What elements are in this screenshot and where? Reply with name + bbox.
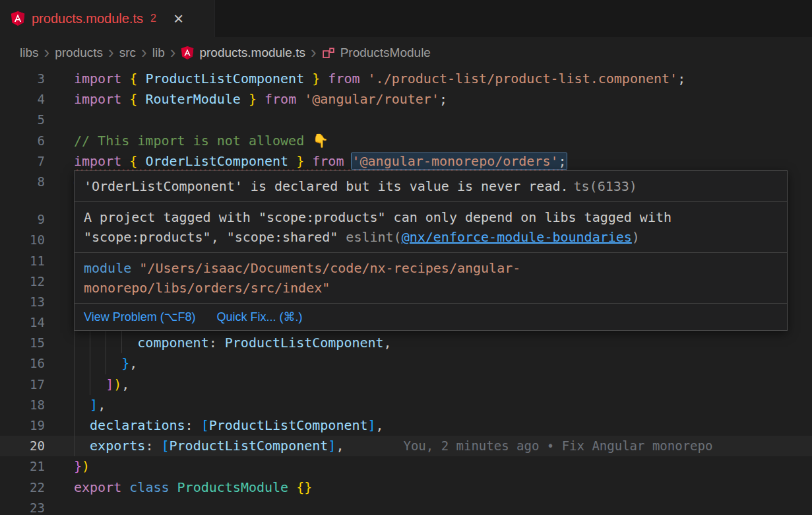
hover-module-info: module "/Users/isaac/Documents/code/nx-r… <box>75 252 787 303</box>
tab-bar: products.module.ts 2 × <box>0 0 812 37</box>
git-blame-annotation: You, 2 minutes ago • Fix Angular monorep… <box>403 438 712 453</box>
angular-icon <box>181 46 194 59</box>
line-number[interactable]: 12 <box>0 271 45 292</box>
chevron-right-icon: › <box>39 44 55 63</box>
code-line[interactable]: 23 <box>0 498 812 515</box>
breadcrumb-file-label: products.module.ts <box>199 46 305 60</box>
angular-icon <box>11 11 25 26</box>
class-symbol-icon <box>322 46 335 59</box>
quick-fix-action[interactable]: Quick Fix... (⌘.) <box>216 308 302 326</box>
eslint-source-prefix: eslint( <box>346 229 401 245</box>
code-line[interactable]: 7import { OrderListComponent } from '@an… <box>0 151 812 172</box>
indent-guide <box>74 415 90 436</box>
module-path-line-2: monorepo/libs/orders/src/index" <box>84 278 778 298</box>
breadcrumb-item-lib[interactable]: lib <box>152 46 165 60</box>
line-number[interactable]: 16 <box>0 353 45 374</box>
line-number[interactable]: 7 <box>0 151 45 172</box>
indent-guide <box>90 333 106 353</box>
eslint-rule-link[interactable]: @nx/enforce-module-boundaries <box>402 229 632 245</box>
code-line[interactable]: 15component: ProductListComponent, <box>0 333 812 353</box>
code-line[interactable]: 17]), <box>0 374 812 395</box>
line-number[interactable]: 22 <box>0 477 45 498</box>
line-number[interactable]: 14 <box>0 312 45 333</box>
code-line[interactable]: 21}) <box>0 456 812 477</box>
line-code: import { OrderListComponent } from '@ang… <box>45 151 567 172</box>
indent-guide <box>106 353 121 374</box>
line-number[interactable]: 3 <box>0 69 45 89</box>
line-code: component: ProductListComponent, <box>45 333 392 353</box>
code-line[interactable]: 3import { ProductListComponent } from '.… <box>0 69 812 89</box>
line-code: // This import is not allowed 👇 <box>45 131 328 151</box>
code-line[interactable]: 20exports: [ProductListComponent],You, 2… <box>0 436 812 456</box>
line-code: }, <box>45 353 137 374</box>
chevron-right-icon: › <box>165 44 181 63</box>
line-number[interactable]: 6 <box>0 131 45 151</box>
hover-word-highlight: '@angular-monorepo/orders'; <box>352 153 566 169</box>
chevron-right-icon: › <box>305 44 322 63</box>
breadcrumb-symbol-label: ProductsModule <box>340 46 431 60</box>
ts-diagnostic-message: 'OrderListComponent' is declared but its… <box>84 178 569 194</box>
line-code: import { ProductListComponent } from './… <box>45 69 685 89</box>
breadcrumb-item-file[interactable]: products.module.ts <box>181 46 305 60</box>
breadcrumb-item-symbol[interactable]: ProductsModule <box>322 46 431 60</box>
ts-diagnostic-source: ts(6133) <box>574 178 637 194</box>
indent-guide <box>106 333 121 353</box>
tab-products-module[interactable]: products.module.ts 2 × <box>0 0 215 37</box>
breadcrumb: libs › products › src › lib › products.m… <box>0 37 812 69</box>
line-number[interactable]: 21 <box>0 456 45 477</box>
module-path-line-1: "/Users/isaac/Documents/code/nx-recipes/… <box>139 260 520 276</box>
line-number[interactable]: 11 <box>0 251 45 271</box>
line-number[interactable]: 19 <box>0 415 45 436</box>
line-code: exports: [ProductListComponent],You, 2 m… <box>45 436 712 456</box>
line-number[interactable]: 4 <box>0 89 45 110</box>
chevron-right-icon: › <box>103 44 119 63</box>
line-number[interactable]: 10 <box>0 230 45 250</box>
line-number[interactable]: 17 <box>0 374 45 395</box>
hover-widget: 'OrderListComponent' is declared but its… <box>74 170 788 331</box>
hover-status-bar: View Problem (⌥F8) Quick Fix... (⌘.) <box>75 303 787 330</box>
line-number[interactable]: 20 <box>0 436 45 456</box>
view-problem-action[interactable]: View Problem (⌥F8) <box>84 308 195 326</box>
code-line[interactable]: 16}, <box>0 353 812 374</box>
line-number[interactable]: 5 <box>0 110 45 130</box>
code-line[interactable]: 4import { RouterModule } from '@angular/… <box>0 89 812 110</box>
line-code: }) <box>45 456 90 477</box>
line-number[interactable]: 23 <box>0 498 45 515</box>
code-line[interactable]: 5 <box>0 110 812 130</box>
indent-guide <box>74 333 90 353</box>
line-number[interactable]: 8 <box>0 172 45 192</box>
breadcrumb-item-src[interactable]: src <box>119 46 136 60</box>
indent-guide <box>121 333 137 353</box>
line-code <box>45 498 74 515</box>
indent-guide <box>90 353 106 374</box>
code-line[interactable]: 19declarations: [ProductListComponent], <box>0 415 812 436</box>
line-number[interactable]: 13 <box>0 292 45 312</box>
line-number[interactable]: 18 <box>0 395 45 415</box>
line-number[interactable]: 15 <box>0 333 45 353</box>
indent-guide <box>74 436 90 456</box>
line-code: ]), <box>45 374 129 395</box>
tab-problem-count-badge: 2 <box>150 13 156 24</box>
eslint-message-line-2: "scope:products", "scope:shared" eslint(… <box>84 227 778 247</box>
indent-guide <box>74 353 90 374</box>
breadcrumb-item-products[interactable]: products <box>55 46 103 60</box>
code-line[interactable]: 18], <box>0 395 812 415</box>
code-line[interactable]: 22export class ProductsModule {} <box>0 477 812 498</box>
module-keyword: module <box>84 260 139 276</box>
indent-guide <box>90 374 106 395</box>
code-editor: 3import { ProductListComponent } from '.… <box>0 69 812 515</box>
eslint-message-line-1: A project tagged with "scope:products" c… <box>84 207 778 227</box>
close-icon[interactable]: × <box>173 10 183 27</box>
breadcrumb-item-libs[interactable]: libs <box>20 46 39 60</box>
hover-ts-diagnostic: 'OrderListComponent' is declared but its… <box>75 171 787 201</box>
hover-eslint-diagnostic: A project tagged with "scope:products" c… <box>75 201 787 252</box>
line-code: ], <box>45 395 106 415</box>
line-code: declarations: [ProductListComponent], <box>45 415 384 436</box>
code-line[interactable]: 6// This import is not allowed 👇 <box>0 131 812 151</box>
indent-guide <box>74 374 90 395</box>
indent-guide <box>74 395 90 415</box>
chevron-right-icon: › <box>136 44 152 63</box>
eslint-source-suffix: ) <box>632 229 640 245</box>
line-number[interactable]: 9 <box>0 209 45 230</box>
line-code: import { RouterModule } from '@angular/r… <box>45 89 447 110</box>
